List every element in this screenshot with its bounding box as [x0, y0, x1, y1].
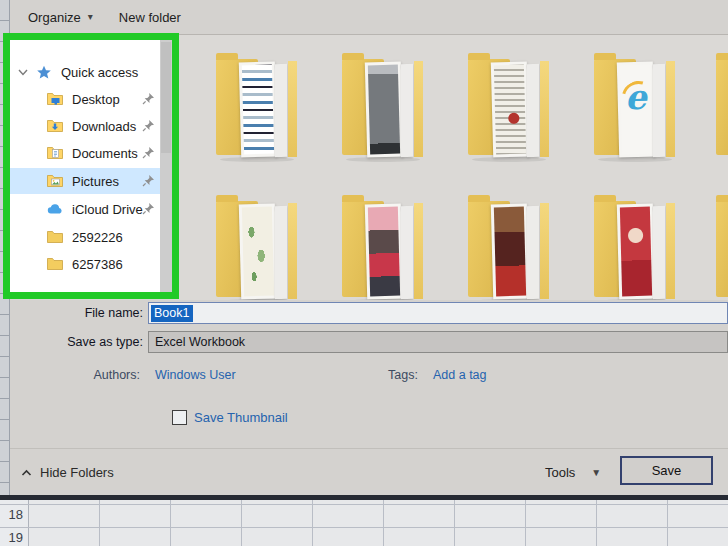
folder-content-preview [494, 207, 526, 297]
folder-tile-partial[interactable] [716, 50, 728, 162]
scrollbar-thumb[interactable] [161, 42, 171, 153]
tags-label: Tags: [353, 368, 418, 382]
hide-folders-label: Hide Folders [40, 465, 114, 480]
sidebar-item-label: Quick access [61, 65, 138, 80]
excel-grid: 18 19 [0, 500, 728, 546]
excel-row-header-column: 18 19 [0, 500, 29, 546]
folder-content-sheet-2 [527, 64, 539, 158]
folder-tile-child-photo[interactable] [590, 192, 678, 300]
folder-content-sheet-2 [653, 64, 665, 158]
sidebar-item-quick-access[interactable]: Quick access [10, 59, 160, 85]
save-button-label: Save [652, 463, 682, 478]
folder-tile-newspaper[interactable] [464, 50, 552, 162]
sidebar-item-folder-2592226[interactable]: 2592226 [10, 224, 160, 250]
file-name-label: File name: [60, 306, 143, 320]
save-thumbnail-checkbox[interactable] [172, 410, 187, 425]
folder-content-sheet [491, 62, 529, 158]
folder-tile-documents[interactable] [212, 50, 300, 162]
folder-tile-leaves-photo[interactable] [212, 192, 300, 300]
file-name-value: Book1 [151, 305, 193, 322]
sidebar-item-label: Documents [72, 146, 138, 161]
dialog-toolbar: Organize ▾ New folder [10, 0, 728, 35]
tools-label: Tools [545, 465, 575, 480]
folder-content-sheet [617, 204, 655, 300]
new-folder-button[interactable]: New folder [119, 10, 181, 25]
folder-front-cover [666, 203, 675, 299]
folder-content-sheet-2 [653, 206, 665, 300]
excel-row-number: 19 [0, 530, 23, 545]
chevron-down-icon: ▼ [591, 468, 601, 478]
excel-row-separator [0, 504, 728, 505]
save-as-type-label: Save as type: [55, 335, 143, 349]
sidebar-item-label: Desktop [72, 92, 120, 107]
excel-row-number: 18 [0, 507, 23, 522]
save-thumbnail-label: Save Thumbnail [194, 410, 288, 425]
folder-front-cover [414, 61, 423, 157]
sidebar-item-pictures[interactable]: Pictures [10, 168, 160, 194]
folder-tile-partial[interactable] [716, 192, 728, 300]
chevron-down-icon[interactable] [16, 65, 30, 79]
sidebar-item-desktop[interactable]: Desktop [10, 86, 160, 112]
authors-value-link[interactable]: Windows User [155, 368, 236, 382]
organize-button[interactable]: Organize ▾ [28, 10, 93, 25]
folder-front-cover [414, 203, 423, 299]
sidebar-item-label: iCloud Drive [72, 202, 143, 217]
navigation-pane: Quick access Desktop Downloads [10, 40, 172, 292]
chevron-up-icon [20, 467, 33, 479]
file-name-input[interactable]: Book1 [148, 302, 728, 324]
folder-content-sheet [239, 204, 277, 300]
folder-icon [47, 230, 64, 245]
quick-access-star-icon [36, 65, 53, 80]
folder-content-sheet-2 [275, 206, 287, 300]
folder-back-panel [716, 201, 728, 297]
navigation-pane-highlight-box: Quick access Desktop Downloads [3, 33, 179, 299]
downloads-folder-icon [47, 119, 64, 134]
save-button[interactable]: Save [620, 456, 713, 485]
folder-front-cover [288, 203, 297, 299]
folder-content-sheet [617, 62, 655, 158]
folder-content-sheet [491, 204, 529, 300]
pictures-folder-icon [47, 174, 64, 189]
folder-tile-dark-window[interactable] [338, 50, 426, 162]
folder-content-sheet-2 [527, 206, 539, 300]
folder-tile-red-photos[interactable] [464, 192, 552, 300]
folder-content-sheet [239, 62, 277, 158]
folder-content-preview [368, 207, 400, 297]
folder-content-sheet-2 [275, 64, 287, 158]
sidebar-item-downloads[interactable]: Downloads [10, 113, 160, 139]
cloud-icon [47, 202, 64, 217]
folder-row-1 [212, 50, 728, 168]
save-as-type-value: Excel Workbook [155, 335, 245, 349]
folder-front-cover [540, 203, 549, 299]
add-a-tag-link[interactable]: Add a tag [433, 368, 487, 382]
sidebar-item-label: 2592226 [72, 230, 123, 245]
folder-back-panel [716, 59, 728, 155]
dialog-footer: Hide Folders Tools ▼ Save [10, 448, 728, 496]
folder-tile-internet-explorer[interactable] [590, 50, 678, 162]
sidebar-item-folder-6257386[interactable]: 6257386 [10, 251, 160, 277]
sidebar-item-icloud-drive[interactable]: iCloud Drive [10, 196, 160, 222]
authors-label: Authors: [70, 368, 140, 382]
organize-label: Organize [28, 10, 81, 25]
chevron-down-icon: ▾ [88, 12, 93, 22]
folder-front-cover [540, 61, 549, 157]
pin-icon [141, 92, 155, 106]
folder-content-sheet-2 [401, 64, 413, 158]
sidebar-item-label: Downloads [72, 119, 136, 134]
sidebar-item-documents[interactable]: Documents [10, 140, 160, 166]
excel-gridlines [29, 500, 728, 546]
tools-dropdown[interactable]: Tools ▼ [545, 465, 601, 480]
folder-row-2 [212, 192, 728, 300]
excel-row-separator [0, 527, 728, 528]
scrollbar[interactable] [160, 40, 172, 292]
folder-tile-joy-poster[interactable] [338, 192, 426, 300]
hide-folders-button[interactable]: Hide Folders [20, 465, 114, 480]
folder-content-preview [620, 65, 652, 155]
folder-content-preview [242, 65, 274, 155]
pin-icon [141, 174, 155, 188]
folder-content-preview [620, 207, 652, 297]
folder-icon [47, 257, 64, 272]
sidebar-item-label: 6257386 [72, 257, 123, 272]
save-as-type-dropdown[interactable]: Excel Workbook [148, 331, 728, 353]
folder-content-sheet-2 [401, 206, 413, 300]
